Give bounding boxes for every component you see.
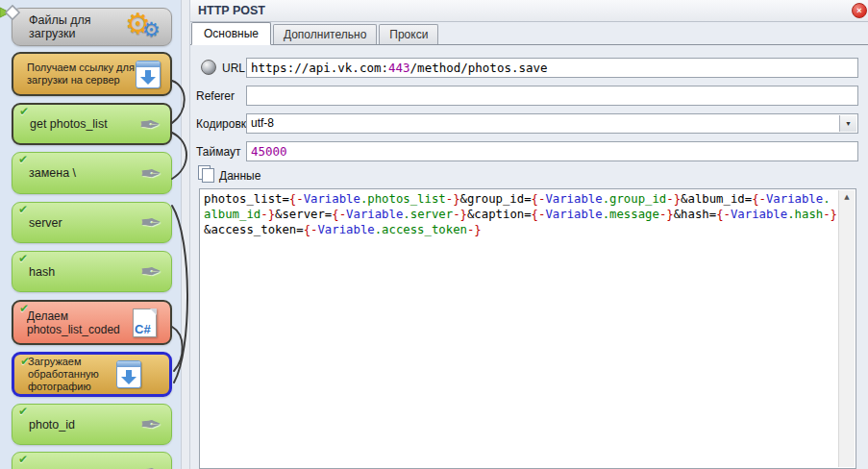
- action-block-make-photos-list-coded[interactable]: ✔ Делаем photos_list_coded C#: [12, 300, 172, 345]
- close-button[interactable]: ×: [852, 3, 867, 18]
- url-label: URL: [222, 62, 245, 75]
- gears-icon: ⚙ ⚙: [125, 11, 167, 43]
- tab-proxy[interactable]: Прокси: [379, 24, 438, 44]
- action-block-get-photos-list[interactable]: ✔ get photos_list ✒: [12, 103, 172, 145]
- check-icon: ✔: [19, 105, 29, 118]
- data-pages-icon: [198, 165, 215, 183]
- action-block-upload-processed-photo[interactable]: ✔ Загружаем обработанную фотографию: [12, 352, 172, 397]
- encoding-select[interactable]: utf-8 ▼: [246, 113, 858, 134]
- tab-main[interactable]: Основные: [191, 22, 271, 45]
- url-input[interactable]: https://api.vk.com:443/method/photos.sav…: [246, 58, 858, 78]
- check-icon: ✔: [18, 153, 28, 166]
- data-scrollbar[interactable]: ▲: [838, 190, 855, 467]
- canvas-splitter[interactable]: [181, 0, 190, 469]
- check-icon: ✔: [18, 252, 28, 265]
- action-block-files-for-upload[interactable]: Файлы для загрузки ⚙ ⚙: [12, 8, 172, 46]
- http-post-panel: HTTP POST × Основные Дополнительно Прокс…: [188, 0, 868, 469]
- action-block-replace[interactable]: ✔ замена \ ✒: [12, 152, 172, 194]
- tab-bar: Основные Дополнительно Прокси: [188, 22, 868, 45]
- action-block-get-upload-link[interactable]: Получаем ссылку для загрузки на сервер: [12, 52, 172, 96]
- block-label: замена \: [12, 166, 139, 180]
- action-block-photo-id[interactable]: ✔ photo_id ✒: [12, 404, 172, 445]
- panel-header: HTTP POST: [188, 0, 868, 22]
- download-icon: [136, 61, 161, 88]
- check-icon: ✔: [18, 405, 28, 418]
- pen-icon: ✒: [138, 111, 161, 137]
- csharp-icon: C#: [133, 309, 157, 337]
- post-data-content: photos_list={-Variable.photos_list-}&gro…: [204, 191, 836, 466]
- action-block-hash[interactable]: ✔ hash ✒: [12, 251, 172, 292]
- action-block-server[interactable]: ✔ server ✒: [12, 202, 172, 243]
- check-icon: ✔: [18, 203, 28, 216]
- encoding-value: utf-8: [251, 116, 274, 130]
- block-label: get photos_list: [13, 117, 138, 131]
- block-label: Файлы для загрузки: [12, 13, 125, 40]
- download-icon: [116, 360, 141, 388]
- check-icon: ✔: [18, 453, 28, 466]
- start-arrow-icon: [0, 8, 10, 17]
- block-label: photo_id: [12, 418, 139, 432]
- block-label: server: [12, 216, 139, 230]
- tab-advanced[interactable]: Дополнительно: [273, 24, 377, 44]
- block-label: Получаем ссылку для загрузки на сервер: [13, 62, 136, 86]
- pen-icon: ✒: [139, 160, 161, 186]
- pen-icon: ✒: [139, 459, 161, 469]
- block-label: hash: [12, 265, 139, 279]
- post-data-textarea[interactable]: photos_list={-Variable.photos_list-}&gro…: [199, 188, 856, 469]
- referer-label: Referer: [196, 89, 235, 103]
- chevron-down-icon[interactable]: ▼: [839, 115, 856, 132]
- pen-icon: ✒: [139, 259, 161, 284]
- timeout-input[interactable]: 45000: [246, 141, 858, 161]
- flow-canvas[interactable]: Файлы для загрузки ⚙ ⚙ Получаем ссылку д…: [0, 0, 181, 469]
- referer-input[interactable]: [246, 86, 858, 106]
- block-label: Делаем photos_list_coded: [13, 309, 133, 336]
- action-block-partial[interactable]: ✔ ✒: [12, 452, 172, 469]
- pen-icon: ✒: [139, 411, 161, 437]
- pen-icon: ✒: [139, 210, 161, 235]
- check-icon: ✔: [19, 302, 29, 315]
- encoding-label: Кодировка: [196, 117, 253, 131]
- data-label: Данные: [219, 169, 260, 183]
- panel-title: HTTP POST: [198, 0, 265, 21]
- globe-icon: [201, 60, 216, 75]
- check-icon: ✔: [20, 355, 30, 368]
- scroll-up-icon[interactable]: ▲: [839, 190, 855, 205]
- timeout-label: Таймаут: [196, 145, 240, 159]
